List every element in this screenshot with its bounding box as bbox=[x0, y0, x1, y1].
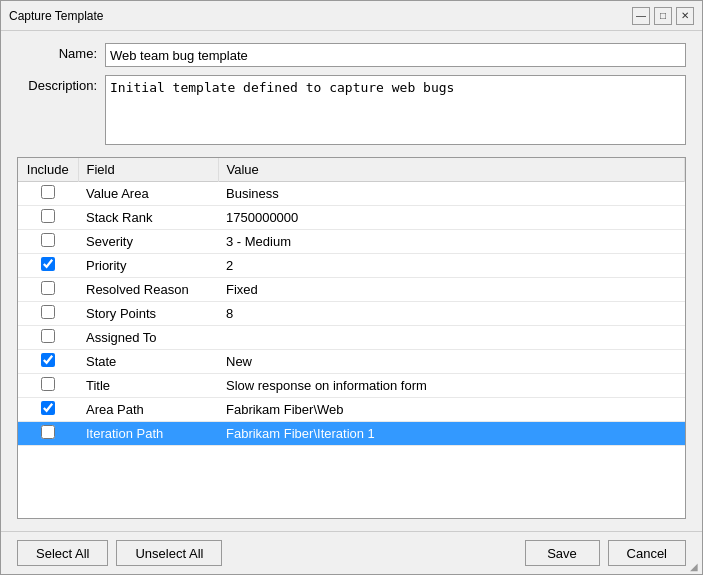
row-checkbox[interactable] bbox=[41, 209, 55, 223]
table-row[interactable]: Value AreaBusiness bbox=[18, 182, 685, 206]
maximize-button[interactable]: □ bbox=[654, 7, 672, 25]
header-field: Field bbox=[78, 158, 218, 182]
row-value: Business bbox=[218, 182, 685, 206]
row-value: 1750000000 bbox=[218, 206, 685, 230]
row-checkbox[interactable] bbox=[41, 353, 55, 367]
bottom-bar: Select All Unselect All Save Cancel bbox=[1, 531, 702, 574]
capture-template-window: Capture Template — □ ✕ Name: Description… bbox=[0, 0, 703, 575]
row-checkbox[interactable] bbox=[41, 425, 55, 439]
table-row[interactable]: Severity3 - Medium bbox=[18, 230, 685, 254]
title-controls: — □ ✕ bbox=[632, 7, 694, 25]
row-field: Priority bbox=[78, 254, 218, 278]
row-value bbox=[218, 326, 685, 350]
row-checkbox[interactable] bbox=[41, 329, 55, 343]
fields-table-container: Include Field Value Value AreaBusinessSt… bbox=[17, 157, 686, 519]
name-input[interactable] bbox=[105, 43, 686, 67]
save-button[interactable]: Save bbox=[525, 540, 600, 566]
name-row: Name: bbox=[17, 43, 686, 67]
select-all-button[interactable]: Select All bbox=[17, 540, 108, 566]
row-checkbox[interactable] bbox=[41, 377, 55, 391]
header-value: Value bbox=[218, 158, 685, 182]
row-field: Iteration Path bbox=[78, 422, 218, 446]
row-field: Severity bbox=[78, 230, 218, 254]
row-field: Title bbox=[78, 374, 218, 398]
cancel-button[interactable]: Cancel bbox=[608, 540, 686, 566]
row-value: Slow response on information form bbox=[218, 374, 685, 398]
table-row[interactable]: Stack Rank1750000000 bbox=[18, 206, 685, 230]
table-row[interactable]: Area PathFabrikam Fiber\Web bbox=[18, 398, 685, 422]
description-label: Description: bbox=[17, 75, 97, 93]
row-value: 2 bbox=[218, 254, 685, 278]
row-field: Stack Rank bbox=[78, 206, 218, 230]
table-row[interactable]: Iteration PathFabrikam Fiber\Iteration 1 bbox=[18, 422, 685, 446]
row-checkbox[interactable] bbox=[41, 281, 55, 295]
minimize-button[interactable]: — bbox=[632, 7, 650, 25]
fields-table: Include Field Value Value AreaBusinessSt… bbox=[18, 158, 685, 446]
row-value: 3 - Medium bbox=[218, 230, 685, 254]
row-value: Fixed bbox=[218, 278, 685, 302]
row-value: Fabrikam Fiber\Web bbox=[218, 398, 685, 422]
unselect-all-button[interactable]: Unselect All bbox=[116, 540, 222, 566]
row-field: Area Path bbox=[78, 398, 218, 422]
bottom-left-buttons: Select All Unselect All bbox=[17, 540, 222, 566]
header-include: Include bbox=[18, 158, 78, 182]
table-body: Value AreaBusinessStack Rank1750000000Se… bbox=[18, 182, 685, 446]
description-textarea[interactable] bbox=[105, 75, 686, 145]
row-checkbox[interactable] bbox=[41, 401, 55, 415]
row-checkbox[interactable] bbox=[41, 257, 55, 271]
table-row[interactable]: Story Points8 bbox=[18, 302, 685, 326]
row-checkbox[interactable] bbox=[41, 185, 55, 199]
table-row[interactable]: StateNew bbox=[18, 350, 685, 374]
row-field: Assigned To bbox=[78, 326, 218, 350]
row-field: State bbox=[78, 350, 218, 374]
table-row[interactable]: Assigned To bbox=[18, 326, 685, 350]
name-label: Name: bbox=[17, 43, 97, 61]
bottom-right-buttons: Save Cancel bbox=[525, 540, 686, 566]
row-value: 8 bbox=[218, 302, 685, 326]
resize-handle: ◢ bbox=[690, 561, 698, 572]
close-button[interactable]: ✕ bbox=[676, 7, 694, 25]
row-value: New bbox=[218, 350, 685, 374]
table-row[interactable]: TitleSlow response on information form bbox=[18, 374, 685, 398]
description-row: Description: bbox=[17, 75, 686, 145]
row-checkbox[interactable] bbox=[41, 233, 55, 247]
window-title: Capture Template bbox=[9, 9, 104, 23]
row-field: Value Area bbox=[78, 182, 218, 206]
row-field: Story Points bbox=[78, 302, 218, 326]
row-value: Fabrikam Fiber\Iteration 1 bbox=[218, 422, 685, 446]
table-row[interactable]: Priority2 bbox=[18, 254, 685, 278]
row-checkbox[interactable] bbox=[41, 305, 55, 319]
title-bar: Capture Template — □ ✕ bbox=[1, 1, 702, 31]
table-row[interactable]: Resolved ReasonFixed bbox=[18, 278, 685, 302]
table-header-row: Include Field Value bbox=[18, 158, 685, 182]
row-field: Resolved Reason bbox=[78, 278, 218, 302]
window-content: Name: Description: Include Field Value V… bbox=[1, 31, 702, 531]
